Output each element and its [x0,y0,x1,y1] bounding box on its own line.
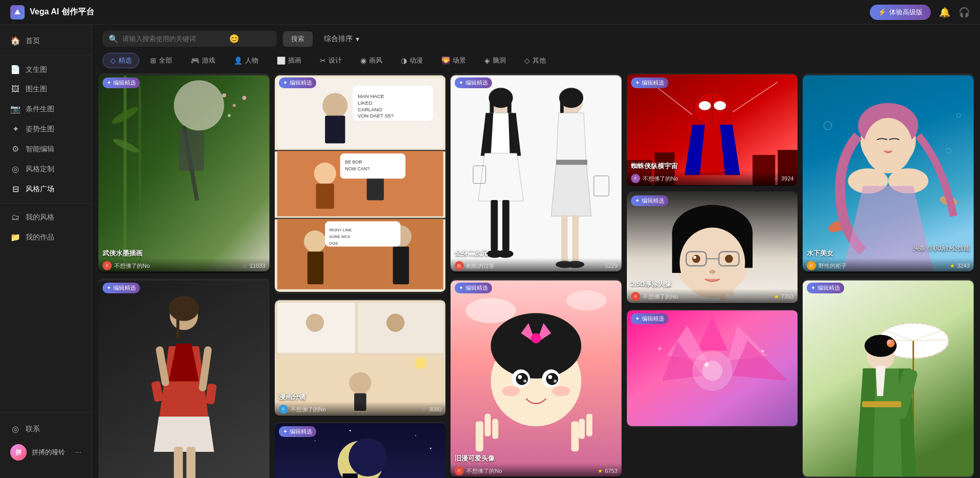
sidebar-item-smart-edit[interactable]: ⚙ 智能编辑 [0,139,92,159]
editor-badge-moon: ✦ 编辑精选 [279,426,316,437]
more-icon[interactable]: ··· [75,448,81,457]
svg-point-69 [430,448,431,449]
card-author-cute: 不 不想佛了的No [455,466,502,475]
card-martial[interactable]: ✦ 编辑精选 不 不想佛了的No ☆ 11033 [98,73,270,273]
card-author-spiderman: 不 不想佛了的No [631,174,678,183]
card-anime-full[interactable]: ✦ 编辑精选 酷 酷酷的过客 ☆ 5229 [451,73,622,273]
card-crystal[interactable]: ✦ ✦ ✦ ✦ 编辑精选 [627,309,798,427]
filter-label-other: 其他 [533,56,546,65]
svg-point-111 [491,313,582,379]
my-style-icon: 🗂 [10,213,21,222]
top-nav-left: Vega AI 创作平台 [10,5,94,19]
editor-badge-cute: ✦ 编辑精选 [455,283,492,293]
svg-rect-212 [862,401,902,407]
filter-tab-game[interactable]: 🎮 游戏 [183,53,223,68]
game-icon: 🎮 [191,56,199,65]
badge-icon-fashion: ✦ [107,285,111,291]
svg-rect-125 [476,421,483,451]
card-traditional[interactable]: ✦ 编辑精选 [803,278,974,478]
filter-tab-illustration[interactable]: ⬜ 插画 [269,53,309,68]
svg-marker-98 [556,113,586,166]
badge-label-moon: 编辑精选 [290,428,312,435]
badge-icon-gl: ✦ [635,197,640,204]
sidebar-item-pose[interactable]: ✦ 姿势生图 [0,119,92,139]
condition-icon: 📷 [10,104,21,114]
svg-text:CARLANO: CARLANO [357,107,382,112]
pose-icon: ✦ [10,124,21,134]
style-custom-icon: ◎ [10,164,21,174]
sidebar-item-text-image[interactable]: 📄 文生图 [0,59,92,79]
filter-tab-scene[interactable]: 🌄 场景 [434,53,474,68]
sort-select[interactable]: 综合排序 ▾ [319,31,364,47]
editor-badge-glasses: ✦ 编辑精选 [631,195,668,206]
card-cute[interactable]: ✦ 编辑精选 不 不想佛了的No ★ 6753 [451,278,622,478]
filter-tab-all[interactable]: ⊞ 全部 [142,53,180,68]
search-button[interactable]: 搜索 [283,31,313,47]
card-fashion[interactable]: ✦ 编辑精选 [98,278,270,478]
sidebar-item-condition[interactable]: 📷 条件生图 [0,99,92,119]
card-glasses[interactable]: ✦ 编辑精选 不 不想佛了的No ★ 7353 [627,191,798,304]
filter-label-design: 设计 [329,56,342,65]
svg-point-206 [887,340,891,344]
svg-rect-48 [307,251,323,284]
username: 拼搏的哑铃 [32,448,70,457]
svg-point-122 [554,380,557,383]
card-author-martial: 不 不想佛了的No [103,261,150,270]
badge-icon-af: ✦ [459,79,463,86]
svg-marker-99 [551,163,591,216]
card-title-underwater: 水下美女 [807,249,970,258]
sidebar-label-smart-edit: 智能编辑 [26,145,54,154]
sidebar-item-style-custom[interactable]: ◎ 风格定制 [0,159,92,179]
filter-tab-design[interactable]: ✂ 设计 [312,53,350,68]
card-spiderman[interactable]: ✦ 编辑精选 不 不想佛了的No ☆ 3924 [627,73,798,186]
sidebar-label-image-image: 图生图 [26,85,47,94]
search-input[interactable] [122,35,225,43]
svg-point-10 [222,93,226,97]
filter-tab-anime[interactable]: ◑ 动漫 [393,53,431,68]
card-stars-cute: ★ 6753 [598,468,617,474]
card-comic-tall[interactable]: MAN HACE LIKED CARLANO VON DAET S5? [275,73,446,294]
sidebar-user[interactable]: 拼 拼搏的哑铃 ··· [0,439,92,466]
filter-tab-other[interactable]: ◇ 其他 [517,53,554,68]
author-avatar-uw: 野 [807,261,816,270]
upgrade-button[interactable]: ⚡ 体验高级版 [870,5,931,20]
sidebar-label-my-style: 我的风格 [26,213,54,222]
card-footer-cute: 不 不想佛了的No ★ 6753 [451,463,622,478]
sidebar-item-image-image[interactable]: 🖼 图生图 [0,79,92,99]
filter-label-all: 全部 [159,56,172,65]
svg-marker-0 [14,9,21,14]
gallery-scroll[interactable]: ✦ 编辑精选 不 不想佛了的No ☆ 11033 [92,73,980,478]
paintingstyle-icon: ◉ [360,56,366,65]
filter-label-illustration: 插画 [288,56,301,65]
card-moon[interactable]: ✦ 编辑精选 [275,422,446,478]
sidebar-item-style-plaza[interactable]: ⊟ 风格广场 [0,179,92,199]
badge-label-comic: 编辑精选 [290,79,312,87]
notification-button[interactable]: 🔔 [939,7,950,18]
svg-rect-130 [571,421,579,451]
card-stars-af: ☆ 5229 [598,263,617,269]
card-underwater[interactable]: 头条 @职场办公技能 野 野性的柜子 ★ 3243 [803,73,974,273]
filter-tab-brainhole[interactable]: ◈ 脑洞 [477,53,514,68]
sidebar-divider-2 [0,203,92,204]
headset-button[interactable]: 🎧 [958,7,970,18]
filter-tab-character[interactable]: 👤 人物 [226,53,266,68]
sidebar-item-contact[interactable]: ◎ 联系 [0,419,92,439]
card-manga[interactable]: 不 不想佛了的No ☆ 3080 漫画分镜 [275,299,446,417]
sidebar: 🏠 首页 📄 文生图 🖼 图生图 📷 条件生图 ✦ 姿势生图 ⚙ 智能编辑 ◎ … [0,25,92,478]
svg-point-123 [502,386,520,396]
sidebar-item-home[interactable]: 🏠 首页 [0,31,92,51]
image-image-icon: 🖼 [10,85,21,94]
star-icon-uw: ★ [950,263,955,269]
svg-point-12 [242,96,247,100]
emoji-icon[interactable]: 😊 [229,34,239,44]
svg-rect-82 [451,75,622,272]
filter-tab-featured[interactable]: ◇ 精选 [103,53,139,68]
svg-text:VON DAET S5?: VON DAET S5? [357,113,394,118]
filter-tab-paintingstyle[interactable]: ◉ 画风 [353,53,390,68]
sidebar-item-my-style[interactable]: 🗂 我的风格 [0,208,92,227]
card-title-sp: 蜘蛛侠纵横宇宙 [631,162,794,171]
card-footer-glasses: 不 不想佛了的No ★ 7353 [627,289,798,304]
sidebar-item-my-works[interactable]: 📁 我的作品 [0,227,92,247]
card-stars-glasses: ★ 7353 [774,293,793,300]
editor-badge-comic: ✦ 编辑精选 [279,77,316,88]
